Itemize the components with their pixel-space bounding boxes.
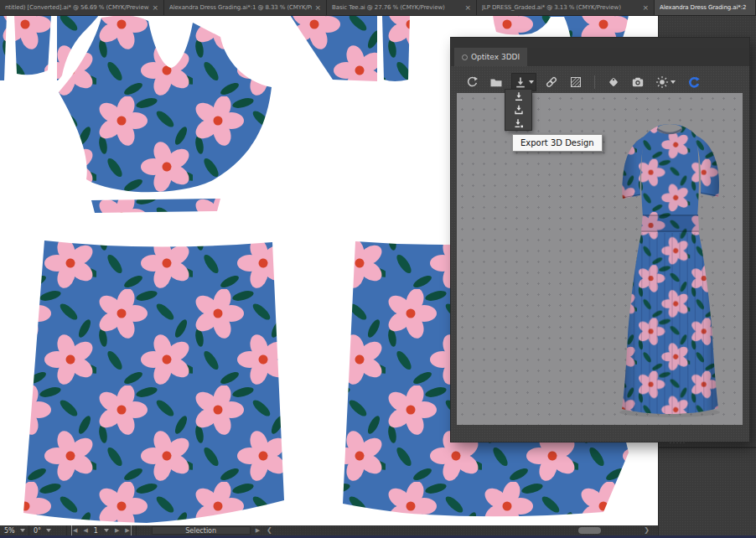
- piece-facing-strip-center[interactable]: [382, 15, 410, 81]
- open-file-button[interactable]: [487, 73, 505, 91]
- optitex-3ddi-panel[interactable]: Optitex 3DDI: [451, 38, 749, 442]
- last-artboard-icon[interactable]: ▶: [125, 525, 131, 535]
- render-menu-caret-icon[interactable]: [671, 80, 676, 84]
- artboard-dropdown-icon[interactable]: [104, 529, 109, 532]
- export-dropdown-menu: [505, 90, 531, 130]
- tab-title: Alexandra Dress Grading.ai*:2 @ 1: [660, 4, 747, 11]
- scroll-left-icon[interactable]: ❮: [267, 525, 272, 535]
- snapshot-button[interactable]: [629, 73, 647, 91]
- close-icon[interactable]: ×: [643, 4, 649, 12]
- tab-title: ntitled) [Converted].ai* @ 56.69 % (CMYK…: [5, 4, 149, 11]
- menu-item-export-3d-design[interactable]: [505, 90, 531, 103]
- rotation-dropdown-icon[interactable]: [46, 529, 51, 532]
- zoom-level-field[interactable]: 5%: [0, 525, 29, 535]
- export-3d-icon: [514, 75, 527, 89]
- next-artboard-icon[interactable]: ▶: [115, 525, 119, 535]
- first-artboard-icon[interactable]: ◀: [71, 525, 77, 535]
- tooltip: Export 3D Design: [512, 134, 603, 152]
- menu-item-export-3d-to-folder[interactable]: [505, 103, 531, 116]
- document-tab[interactable]: JLP DRESS_Graded.ai* @ 3.13 % (CMYK/Prev…: [477, 0, 655, 15]
- render-settings-button[interactable]: [653, 73, 678, 91]
- sync-3d-button[interactable]: [684, 73, 703, 92]
- piece-skirt-front[interactable]: [23, 241, 284, 523]
- panel-titlebar[interactable]: [451, 38, 749, 48]
- hatch-swatch-icon: [569, 75, 583, 89]
- document-tab-bar: ntitled) [Converted].ai* @ 56.69 % (CMYK…: [0, 0, 756, 16]
- panel-tab-row: Optitex 3DDI: [451, 48, 749, 66]
- rotation-field[interactable]: 0°: [29, 525, 67, 535]
- piece-waistband[interactable]: [91, 199, 220, 213]
- scrollbar-thumb[interactable]: [578, 527, 601, 534]
- panel-tab-label: Optitex 3DDI: [471, 53, 520, 61]
- panel-tab-optitex[interactable]: Optitex 3DDI: [454, 48, 527, 66]
- refresh-icon: [465, 75, 479, 89]
- dock-gripper[interactable]: [669, 442, 686, 444]
- camera-icon: [631, 75, 645, 89]
- piece-edge-sliver[interactable]: [0, 15, 7, 80]
- fabric-swatch-button[interactable]: [567, 73, 585, 91]
- toolbar-separator: [594, 75, 595, 89]
- menu-item-export-3d-with-options[interactable]: [505, 116, 531, 130]
- sync-3d-icon: [686, 75, 701, 90]
- status-menu-arrow-icon[interactable]: ▶: [256, 525, 260, 535]
- panel-toolbar: [463, 71, 703, 93]
- horizontal-scrollbar[interactable]: ❮ ❯: [263, 525, 658, 535]
- status-bar: 5% 0° ◀ ◀ 1 ▶ ▶ Selection ▶ ❮ ❯: [0, 525, 658, 535]
- link-fabric-button[interactable]: [542, 73, 561, 91]
- artboard-number: 1: [94, 527, 98, 535]
- tab-title: Alexandra Dress Grading.ai*:1 @ 8.33 % (…: [169, 4, 312, 11]
- document-tab[interactable]: Alexandra Dress Grading.ai*:1 @ 8.33 % (…: [164, 0, 327, 15]
- piece-sleeve-curved[interactable]: [290, 15, 377, 81]
- export-menu-caret-icon[interactable]: [529, 80, 534, 84]
- export-options-icon: [514, 118, 524, 128]
- export-arrow-icon: [514, 91, 524, 101]
- document-tab[interactable]: Basic Tee.ai @ 27.76 % (CMYK/Preview) ×: [327, 0, 477, 15]
- tab-title: Basic Tee.ai @ 27.76 % (CMYK/Preview): [332, 4, 445, 11]
- tag-icon: [607, 75, 620, 89]
- link-icon: [545, 75, 558, 89]
- piece-facing-strip-left[interactable]: [14, 15, 51, 75]
- close-icon[interactable]: ×: [153, 4, 158, 12]
- panel-tab-icon: [462, 54, 468, 60]
- piece-back-neck-fragment[interactable]: [493, 15, 629, 39]
- close-icon[interactable]: ×: [315, 4, 321, 12]
- dress-shading: [619, 121, 722, 416]
- artboard-navigation: ◀ ◀ 1 ▶ ▶: [67, 525, 137, 535]
- previous-artboard-icon[interactable]: ◀: [83, 525, 87, 535]
- export-3d-button[interactable]: [511, 73, 536, 91]
- zoom-level-value: 5%: [4, 527, 15, 535]
- close-icon[interactable]: ×: [465, 4, 471, 12]
- scroll-right-icon[interactable]: ❯: [644, 525, 650, 535]
- refresh-button[interactable]: [463, 73, 481, 91]
- illustrator-window: ntitled) [Converted].ai* @ 56.69 % (CMYK…: [0, 0, 756, 538]
- status-display-text: Selection: [185, 527, 216, 535]
- export-tray-icon: [514, 105, 524, 115]
- document-tab[interactable]: ntitled) [Converted].ai* @ 56.69 % (CMYK…: [0, 0, 164, 15]
- status-display[interactable]: Selection: [152, 526, 251, 535]
- zoom-dropdown-icon[interactable]: [20, 529, 25, 532]
- tooltip-text: Export 3D Design: [520, 138, 594, 147]
- tab-title: JLP DRESS_Graded.ai* @ 3.13 % (CMYK/Prev…: [482, 4, 621, 11]
- folder-icon: [489, 75, 503, 89]
- dock-divider: [659, 447, 756, 448]
- rotation-value: 0°: [34, 527, 41, 535]
- sun-icon: [655, 75, 669, 89]
- document-tab-active[interactable]: Alexandra Dress Grading.ai*:2 @ 1: [655, 0, 756, 15]
- piece-bodice-front[interactable]: [59, 15, 272, 192]
- colorway-tag-button[interactable]: [604, 73, 623, 91]
